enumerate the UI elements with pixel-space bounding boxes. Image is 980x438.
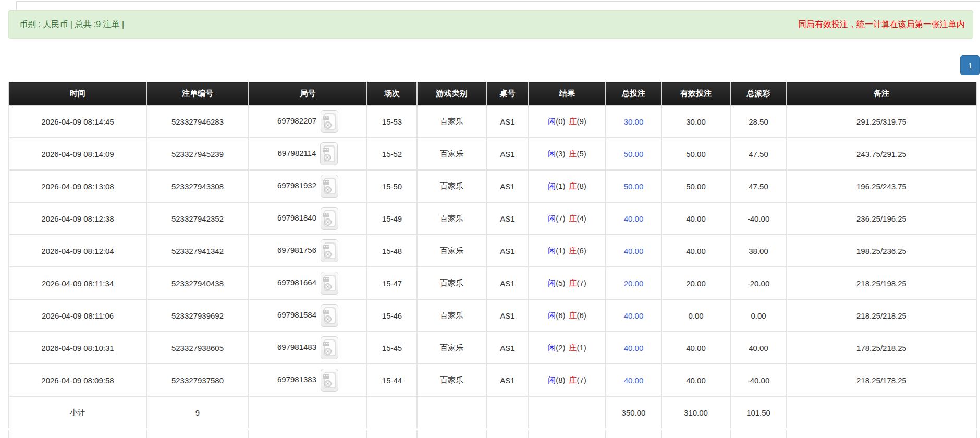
bet-record-row[interactable]: 2026-04-09 08:12:38523327942352697981840… [9,202,976,235]
total-bet-link[interactable]: 20.00 [624,279,644,288]
video-replay-button[interactable] [321,175,338,198]
cell-payout: 0.00 [730,299,787,332]
total-bet-link[interactable]: 40.00 [624,247,644,256]
cell-session: 15-48 [367,235,417,267]
col-header-round: 局号 [249,82,367,106]
cell-valid-bet: 30.00 [662,105,730,138]
video-replay-button[interactable] [321,336,338,359]
banker-label: 庄 [569,246,577,255]
film-replay-icon [323,242,336,260]
total-bet-link[interactable]: 50.00 [624,150,644,159]
banker-count: (5) [577,149,586,158]
cell-game-type: 百家乐 [417,138,486,170]
cell-game-type: 百家乐 [417,299,486,332]
cell-round: 697981383 [249,364,367,396]
player-label: 闲 [548,278,556,287]
col-header-game-type: 游戏类别 [417,82,486,106]
banker-label: 庄 [569,149,577,158]
cell-remark: 218.25/198.25 [787,267,976,299]
cell-valid-bet: 40.00 [662,364,730,396]
grand-total-row: 总计 9 350.00 310.00 101.50 [9,429,976,438]
total-bet-link[interactable]: 40.00 [624,344,644,352]
bet-record-row[interactable]: 2026-04-09 08:10:31523327938605697981483… [9,332,976,364]
cell-bet-id: 523327939692 [146,299,249,332]
pagination-page-1-button[interactable]: 1 [960,55,980,75]
cell-remark: 291.25/319.75 [787,105,976,138]
grand-total-count: 9 [146,429,249,438]
film-replay-icon [323,307,336,324]
subtotal-payout: 101.50 [730,396,787,429]
cell-result: 闲(0)庄(9) [529,105,606,138]
cell-result: 闲(8)庄(7) [529,364,606,396]
bet-record-row[interactable]: 2026-04-09 08:13:08523327943308697981932… [9,170,976,202]
col-header-result: 结果 [529,82,606,106]
bet-record-row[interactable]: 2026-04-09 08:12:04523327941342697981756… [9,235,976,267]
total-bet-link[interactable]: 40.00 [624,311,644,320]
total-bet-link[interactable]: 40.00 [624,376,644,385]
banker-count: (7) [577,375,586,384]
total-bet-link[interactable]: 40.00 [624,214,644,223]
cell-result: 闲(1)庄(6) [529,235,606,267]
cell-bet-id: 523327945239 [146,138,249,170]
subtotal-count: 9 [146,396,249,429]
video-replay-button[interactable] [320,142,338,165]
cell-round: 697981756 [249,235,367,267]
col-header-session: 场次 [367,82,417,106]
cell-bet-id: 523327946283 [146,105,249,138]
total-bet-link[interactable]: 30.00 [624,117,644,126]
cell-result: 闲(1)庄(8) [529,170,606,202]
bet-record-row[interactable]: 2026-04-09 08:11:06523327939692697981584… [9,299,976,332]
player-label: 闲 [548,117,556,126]
cell-game-type: 百家乐 [417,364,486,396]
cell-table-no: AS1 [486,364,529,396]
cell-result: 闲(3)庄(5) [529,138,606,170]
grand-total-payout: 101.50 [730,429,787,438]
cell-time: 2026-04-09 08:09:58 [9,364,146,396]
bet-record-row[interactable]: 2026-04-09 08:14:09523327945239697982114… [9,138,976,170]
currency-total-text: 币别 : 人民币 | 总共 :9 注单 | [19,19,124,30]
banker-label: 庄 [569,117,577,126]
video-replay-button[interactable] [321,239,338,262]
player-count: (8) [556,375,565,384]
cell-remark: 243.75/291.25 [787,138,976,170]
cell-total-bet: 40.00 [606,202,662,235]
cell-game-type: 百家乐 [417,105,486,138]
banker-label: 庄 [569,181,577,190]
video-replay-button[interactable] [321,304,338,327]
grand-total-total-bet: 350.00 [606,429,662,438]
cell-bet-id: 523327943308 [146,170,249,202]
bet-record-row[interactable]: 2026-04-09 08:09:58523327937580697981383… [9,364,976,396]
film-replay-icon [323,113,336,130]
grand-total-label: 总计 [9,429,146,438]
cell-session: 15-46 [367,299,417,332]
cell-round: 697981584 [249,299,367,332]
cell-game-type: 百家乐 [417,267,486,299]
banker-label: 庄 [569,375,577,384]
banker-label: 庄 [569,311,577,320]
cell-valid-bet: 40.00 [662,202,730,235]
banker-label: 庄 [569,278,577,287]
video-replay-button[interactable] [321,207,338,230]
cell-remark: 236.25/196.25 [787,202,976,235]
bet-records-table: 时间 注单编号 局号 场次 游戏类别 桌号 结果 总投注 有效投注 总派彩 备注… [8,82,977,438]
cell-table-no: AS1 [486,299,529,332]
bet-record-row[interactable]: 2026-04-09 08:14:45523327946283697982207… [9,105,976,138]
cell-total-bet: 40.00 [606,299,662,332]
player-label: 闲 [548,311,556,320]
player-count: (1) [556,246,565,255]
player-label: 闲 [548,246,556,255]
film-replay-icon [322,145,336,163]
cell-result: 闲(2)庄(1) [529,332,606,364]
video-replay-button[interactable] [321,110,338,133]
total-bet-link[interactable]: 50.00 [624,182,644,191]
cell-payout: -40.00 [730,364,787,396]
cell-table-no: AS1 [486,138,529,170]
cell-table-no: AS1 [486,105,529,138]
subtotal-row: 小计 9 350.00 310.00 101.50 [9,396,976,429]
video-replay-button[interactable] [321,369,338,392]
cell-session: 15-44 [367,364,417,396]
cell-total-bet: 50.00 [606,138,662,170]
cell-round: 697981664 [249,267,367,299]
video-replay-button[interactable] [321,272,338,295]
bet-record-row[interactable]: 2026-04-09 08:11:34523327940438697981664… [9,267,976,299]
